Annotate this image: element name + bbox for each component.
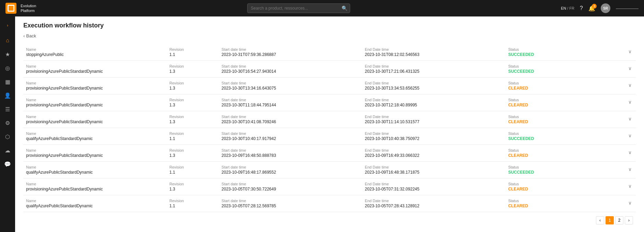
sidebar-item-user[interactable]: 👤 [1,89,14,102]
start-value: 2023-10-09T16:48:50.888783 [221,153,359,158]
name-label: Name [26,182,164,186]
status-badge: CLEARED [508,86,607,91]
table-row: Name qualifyAzurePublicStandardDynamic R… [23,128,636,145]
start-label: Start date time [221,64,359,68]
name-label: Name [26,47,164,51]
start-value: 2023-10-05T07:28:12.569785 [221,204,359,208]
sidebar-item-security[interactable]: ⬡ [1,130,14,143]
name-label: Name [26,115,164,119]
content-area: Execution workflow history ‹ Back Name s… [15,16,644,232]
name-label: Name [26,165,164,169]
start-cell: Start date time 2023-10-09T16:48:50.8887… [219,145,362,162]
expand-button[interactable]: ∨ [627,47,633,56]
notification-badge: 3 [592,4,597,9]
expand-button[interactable]: ∨ [627,131,633,140]
sidebar-item-grid[interactable]: ▦ [1,76,14,88]
table-row: Name provisioningAzurePublicStandardDyna… [23,78,636,94]
name-value: provisioningAzurePublicStandardDynamic [26,69,164,74]
pagination-next[interactable]: › [625,216,633,224]
pagination-prev[interactable]: ‹ [596,216,604,224]
name-cell: Name qualifyAzurePublicStandardDynamic [23,195,167,212]
status-label: Status [508,182,607,186]
revision-cell: Revision 1.3 [167,61,219,78]
lang-fr[interactable]: FR [569,6,574,10]
avatar[interactable]: SR [601,3,610,13]
sidebar-item-targets[interactable]: ◎ [1,62,14,74]
revision-value: 1.1 [170,204,216,208]
revision-label: Revision [170,64,216,68]
pagination-page-2[interactable]: 2 [615,216,623,224]
expand-button[interactable]: ∨ [627,64,633,72]
start-label: Start date time [221,81,359,85]
sidebar-item-favorites[interactable]: ★ [1,48,14,60]
back-chevron-icon: ‹ [23,33,25,38]
expand-cell: ∨ [610,94,636,111]
expand-button[interactable]: ∨ [627,148,633,156]
status-badge: CLEARED [508,204,607,208]
expand-button[interactable]: ∨ [627,115,633,123]
status-cell: Status CLEARED [505,94,610,111]
start-cell: Start date time 2023-10-30T16:54:27.9430… [219,61,362,78]
name-cell: Name provisioningAzurePublicStandardDyna… [23,111,167,128]
help-button[interactable]: ? [580,5,583,11]
expand-button[interactable]: ∨ [627,182,633,190]
expand-cell: ∨ [610,111,636,128]
search-icon[interactable]: 🔍 [342,5,347,11]
sidebar-item-settings[interactable]: ⚙ [1,117,14,129]
revision-cell: Revision 1.3 [167,111,219,128]
name-value: provisioningAzurePublicStandardDynamic [26,119,164,124]
name-label: Name [26,148,164,152]
expand-button[interactable]: ∨ [627,199,633,207]
table-row: Name stoppingAzurePublic Revision 1.1 St… [23,44,636,61]
back-label: Back [26,33,36,38]
status-badge: CLEARED [508,153,607,158]
status-badge: SUCCEEDED [508,136,607,141]
start-cell: Start date time 2023-10-30T10:40:17.9179… [219,128,362,145]
start-label: Start date time [221,182,359,186]
sidebar-item-messages[interactable]: 💬 [1,158,14,170]
notifications-button[interactable]: 🔔 3 [588,5,595,12]
end-value: 2023-10-30T10:40:38.750972 [365,136,503,141]
expand-button[interactable]: ∨ [627,98,633,106]
revision-value: 1.1 [170,136,216,141]
expand-button[interactable]: ∨ [627,81,633,89]
name-cell: Name stoppingAzurePublic [23,44,167,61]
table-row: Name provisioningAzurePublicStandardDyna… [23,94,636,111]
status-cell: Status SUCCEEDED [505,61,610,78]
table-row: Name provisioningAzurePublicStandardDyna… [23,61,636,78]
pagination: ‹ 1 2 › [23,212,636,226]
lang-en[interactable]: EN [561,6,566,10]
start-value: 2023-10-09T16:48:17.869552 [221,170,359,175]
back-link[interactable]: ‹ Back [23,33,636,38]
sidebar-expand[interactable]: › [1,19,14,32]
search-input[interactable] [247,3,350,13]
start-value: 2023-10-30T10:40:17.917942 [221,136,359,141]
sidebar-item-home[interactable]: ⌂ [1,34,14,47]
pagination-page-1[interactable]: 1 [606,216,614,224]
start-value: 2023-10-05T07:30:50.722649 [221,187,359,192]
expand-button[interactable]: ∨ [627,165,633,173]
name-value: provisioningAzurePublicStandardDynamic [26,103,164,107]
status-label: Status [508,131,607,136]
revision-label: Revision [170,165,216,169]
revision-value: 1.3 [170,103,216,107]
start-value: 2023-10-30T11:18:44.795144 [221,103,359,107]
end-value: 2023-10-05T07:28:43.128912 [365,204,503,208]
expand-cell: ∨ [610,145,636,162]
status-badge: SUCCEEDED [508,69,607,74]
end-value: 2023-10-09T16:49:33.066322 [365,153,503,158]
revision-cell: Revision 1.3 [167,145,219,162]
start-label: Start date time [221,98,359,102]
start-value: 2023-10-30T10:41:08.709246 [221,119,359,124]
status-cell: Status SUCCEEDED [505,162,610,178]
revision-label: Revision [170,148,216,152]
status-label: Status [508,47,607,51]
status-cell: Status SUCCEEDED [505,44,610,61]
name-cell: Name qualifyAzurePublicStandardDynamic [23,128,167,145]
sidebar-item-cloud[interactable]: ☁ [1,144,14,156]
start-value: 2023-10-30T13:34:16.643075 [221,86,359,91]
user-name[interactable]: —————— [616,6,639,10]
start-label: Start date time [221,148,359,152]
start-cell: Start date time 2023-10-05T07:30:50.7226… [219,178,362,195]
sidebar-item-list[interactable]: ☰ [1,103,14,115]
